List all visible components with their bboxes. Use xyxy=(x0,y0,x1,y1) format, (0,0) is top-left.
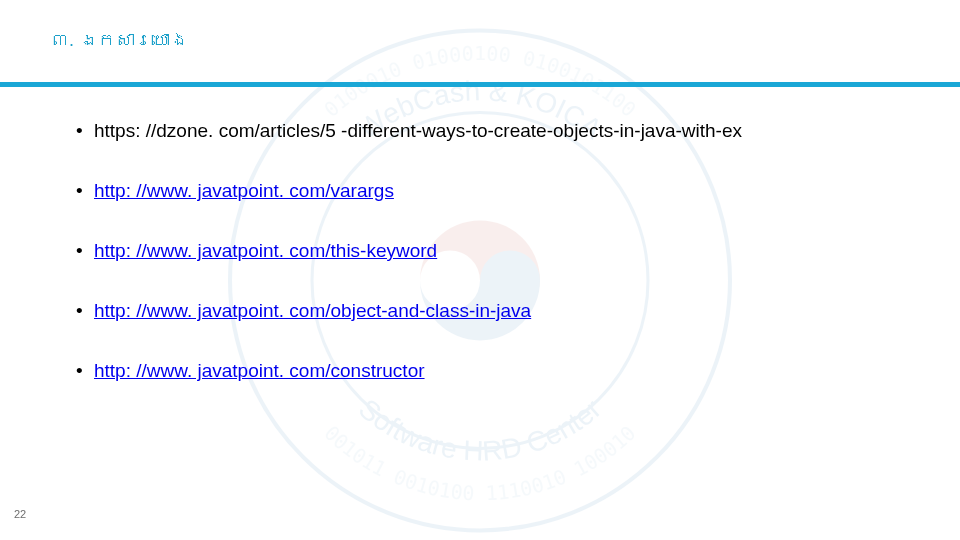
reference-link[interactable]: http: //www. javatpoint. com/object-and-… xyxy=(94,300,531,322)
list-item: • http: //www. javatpoint. com/construct… xyxy=(76,360,906,382)
reference-link[interactable]: http: //www. javatpoint. com/varargs xyxy=(94,180,394,202)
divider-line xyxy=(0,82,960,87)
bullet-icon: • xyxy=(76,300,94,322)
bullet-icon: • xyxy=(76,120,94,142)
svg-text:001011 0010100 1110010 100010: 001011 0010100 1110010 100010 xyxy=(320,421,641,505)
list-item: • https: //dzone. com/articles/5 -differ… xyxy=(76,120,906,142)
reference-link[interactable]: http: //www. javatpoint. com/constructor xyxy=(94,360,425,382)
reference-link[interactable]: http: //www. javatpoint. com/this-keywor… xyxy=(94,240,437,262)
reference-text: https: //dzone. com/articles/5 -differen… xyxy=(94,120,742,142)
bullet-icon: • xyxy=(76,360,94,382)
reference-list: • https: //dzone. com/articles/5 -differ… xyxy=(76,120,906,420)
section-heading: ៣. ឯកសារយោង xyxy=(52,30,189,51)
bullet-icon: • xyxy=(76,240,94,262)
bullet-icon: • xyxy=(76,180,94,202)
list-item: • http: //www. javatpoint. com/object-an… xyxy=(76,300,906,322)
list-item: • http: //www. javatpoint. com/this-keyw… xyxy=(76,240,906,262)
page-number: 22 xyxy=(14,508,26,520)
list-item: • http: //www. javatpoint. com/varargs xyxy=(76,180,906,202)
